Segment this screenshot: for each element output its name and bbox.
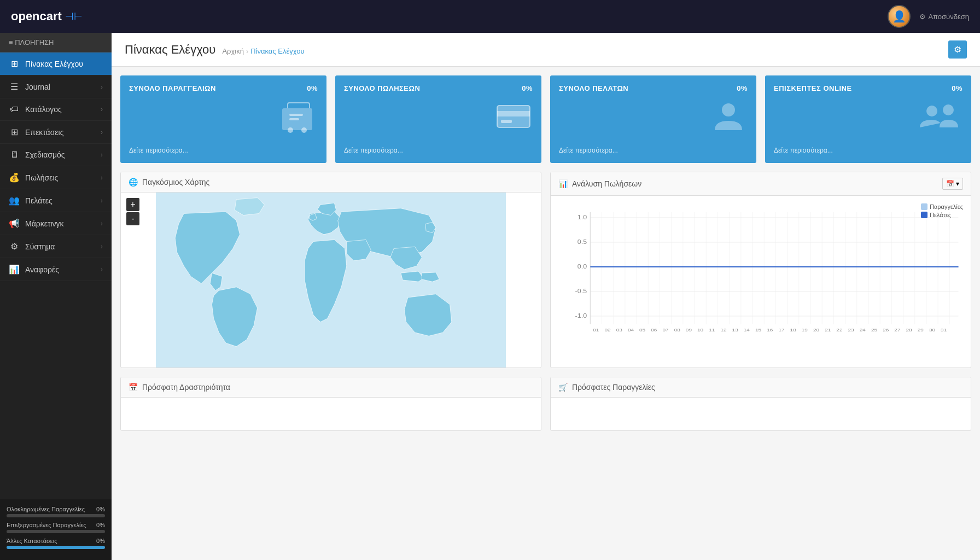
- map-zoom-in-button[interactable]: +: [126, 198, 139, 211]
- stat-card-orders: ΣΥΝΟΛΟ ΠΑΡΑΓΓΕΛΙΩΝ 0% Δείτε περισσότερα.…: [120, 75, 326, 163]
- svg-text:30: 30: [929, 328, 935, 332]
- svg-point-9: [926, 106, 937, 116]
- svg-text:13: 13: [732, 328, 738, 332]
- progress-other: Άλλες Καταστάσεις 0%: [7, 538, 105, 549]
- svg-text:18: 18: [790, 328, 796, 332]
- svg-text:29: 29: [918, 328, 924, 332]
- stat-visitors-icon: [774, 100, 962, 139]
- middle-panels: 🌐 Παγκόσμιος Χάρτης + -: [112, 172, 980, 377]
- page-header: Πίνακας Ελέγχου Αρχική › Πίνακας Ελέγχου…: [112, 33, 980, 67]
- world-map-header: 🌐 Παγκόσμιος Χάρτης: [121, 172, 541, 192]
- chart-legend: Παραγγελίες Πελάτες: [921, 203, 963, 220]
- stat-card-customers: ΣΥΝΟΛΟ ΠΕΛΑΤΩΝ 0% Δείτε περισσότερα...: [550, 75, 756, 163]
- sales-icon: 💰: [9, 172, 20, 183]
- svg-text:04: 04: [628, 328, 634, 332]
- svg-point-10: [943, 104, 954, 115]
- recent-activity-panel: 📅 Πρόσφατη Δραστηριότητα: [120, 377, 541, 431]
- stat-customers-link[interactable]: Δείτε περισσότερα...: [559, 147, 748, 154]
- main-content: Πίνακας Ελέγχου Αρχική › Πίνακας Ελέγχου…: [112, 33, 980, 560]
- chevron-right-icon: ›: [101, 197, 103, 205]
- chevron-right-icon: ›: [101, 83, 103, 91]
- svg-point-2: [301, 127, 307, 133]
- sidebar-item-marketing[interactable]: 📢 Μάρκετινγκ ›: [0, 212, 112, 235]
- sidebar-item-journal[interactable]: ☰ Journal ›: [0, 75, 112, 98]
- sales-chart-icon: 📊: [558, 179, 568, 188]
- world-map-svg: [121, 192, 541, 368]
- svg-text:08: 08: [674, 328, 680, 332]
- sidebar-item-dashboard[interactable]: ⊞ Πίνακας Ελέγχου: [0, 52, 112, 75]
- stat-orders-link[interactable]: Δείτε περισσότερα...: [129, 147, 318, 154]
- chevron-right-icon: ›: [101, 243, 103, 250]
- svg-text:01: 01: [593, 328, 599, 332]
- world-map-icon: 🌐: [129, 178, 138, 186]
- svg-rect-3: [289, 114, 303, 116]
- customers-icon: 👥: [9, 195, 20, 206]
- sidebar-item-catalog[interactable]: 🏷 Κατάλογος ›: [0, 98, 112, 121]
- svg-text:12: 12: [720, 328, 726, 332]
- system-icon: ⚙: [9, 241, 20, 252]
- sidebar-item-sales[interactable]: 💰 Πωλήσεις ›: [0, 166, 112, 189]
- sidebar-label-dashboard: Πίνακας Ελέγχου: [25, 60, 83, 68]
- sidebar-item-system[interactable]: ⚙ Σύστημα ›: [0, 235, 112, 258]
- sidebar-label-reports: Αναφορές: [25, 265, 59, 274]
- calendar-button[interactable]: 📅 ▾: [942, 178, 963, 190]
- recent-activity-header: 📅 Πρόσφατη Δραστηριότητα: [121, 377, 541, 398]
- catalog-icon: 🏷: [9, 104, 20, 114]
- recent-orders-header: 🛒 Πρόσφατες Παραγγελίες: [551, 377, 971, 398]
- svg-point-1: [288, 127, 293, 133]
- progress-processed-bar: [7, 530, 105, 533]
- world-map-title: Παγκόσμιος Χάρτης: [142, 178, 209, 186]
- recent-activity-icon: 📅: [129, 383, 138, 392]
- breadcrumb-separator: ›: [246, 47, 248, 55]
- recent-orders-icon: 🛒: [558, 383, 568, 392]
- stat-cards-grid: ΣΥΝΟΛΟ ΠΑΡΑΓΓΕΛΙΩΝ 0% Δείτε περισσότερα.…: [112, 67, 980, 172]
- recent-orders-body: [551, 398, 971, 430]
- progress-other-value: 0%: [96, 538, 105, 544]
- legend-orders-label: Παραγγελίες: [930, 203, 963, 210]
- breadcrumb-home[interactable]: Αρχική: [222, 47, 244, 55]
- svg-point-8: [722, 103, 735, 116]
- sidebar-label-extensions: Επεκτάσεις: [25, 128, 63, 137]
- sidebar-label-sales: Πωλήσεις: [25, 173, 58, 182]
- sales-chart-svg: 1.0 0.5 0.0 -0.5 -1.0 01 02 03 04 05 06: [556, 207, 965, 349]
- logout-button[interactable]: ⚙ Αποσύνδεση: [919, 13, 969, 21]
- sidebar: ≡ ΠΛΟΗΓΗΣΗ ⊞ Πίνακας Ελέγχου ☰ Journal ›…: [0, 33, 112, 560]
- journal-icon: ☰: [9, 81, 20, 92]
- stat-visitors-link[interactable]: Δείτε περισσότερα...: [774, 147, 962, 154]
- svg-text:31: 31: [941, 328, 947, 332]
- svg-text:23: 23: [848, 328, 854, 332]
- sidebar-label-journal: Journal: [25, 83, 50, 91]
- sidebar-label-customers: Πελάτες: [25, 196, 52, 205]
- map-zoom-out-button[interactable]: -: [126, 212, 139, 225]
- svg-text:0.5: 0.5: [578, 239, 587, 245]
- sales-chart-title: Ανάλυση Πωλήσεων: [572, 179, 641, 188]
- page-settings-button[interactable]: ⚙: [948, 40, 967, 59]
- svg-text:24: 24: [860, 328, 866, 332]
- sidebar-item-extensions[interactable]: ⊞ Επεκτάσεις ›: [0, 121, 112, 144]
- svg-text:20: 20: [813, 328, 819, 332]
- svg-text:26: 26: [883, 328, 889, 332]
- sidebar-progress-section: Ολοκληρωμένες Παραγγελίες 0% Επεξεργασμέ…: [0, 499, 112, 560]
- map-controls: + -: [126, 198, 139, 225]
- svg-rect-6: [497, 111, 530, 116]
- topnav-right: 👤 ⚙ Αποσύνδεση: [888, 5, 969, 28]
- avatar: 👤: [888, 5, 911, 28]
- svg-text:25: 25: [871, 328, 877, 332]
- sidebar-item-customers[interactable]: 👥 Πελάτες ›: [0, 189, 112, 212]
- recent-panels: 📅 Πρόσφατη Δραστηριότητα 🛒 Πρόσφατες Παρ…: [112, 377, 980, 440]
- sidebar-item-reports[interactable]: 📊 Αναφορές ›: [0, 258, 112, 281]
- reports-icon: 📊: [9, 264, 20, 275]
- chevron-right-icon: ›: [101, 151, 103, 159]
- progress-completed: Ολοκληρωμένες Παραγγελίες 0%: [7, 506, 105, 517]
- recent-orders-panel: 🛒 Πρόσφατες Παραγγελίες: [550, 377, 971, 431]
- progress-completed-value: 0%: [96, 506, 105, 512]
- sidebar-label-catalog: Κατάλογος: [25, 105, 62, 114]
- svg-text:28: 28: [906, 328, 912, 332]
- world-map-panel: 🌐 Παγκόσμιος Χάρτης + -: [120, 172, 541, 368]
- sidebar-item-design[interactable]: 🖥 Σχεδιασμός ›: [0, 144, 112, 166]
- chevron-right-icon: ›: [101, 129, 103, 136]
- extensions-icon: ⊞: [9, 127, 20, 137]
- stat-sales-link[interactable]: Δείτε περισσότερα...: [344, 147, 533, 154]
- stat-card-sales: ΣΥΝΟΛΟ ΠΩΛΗΣΕΩΝ 0% Δείτε περισσότερα...: [335, 75, 541, 163]
- stat-sales-icon: [344, 101, 533, 138]
